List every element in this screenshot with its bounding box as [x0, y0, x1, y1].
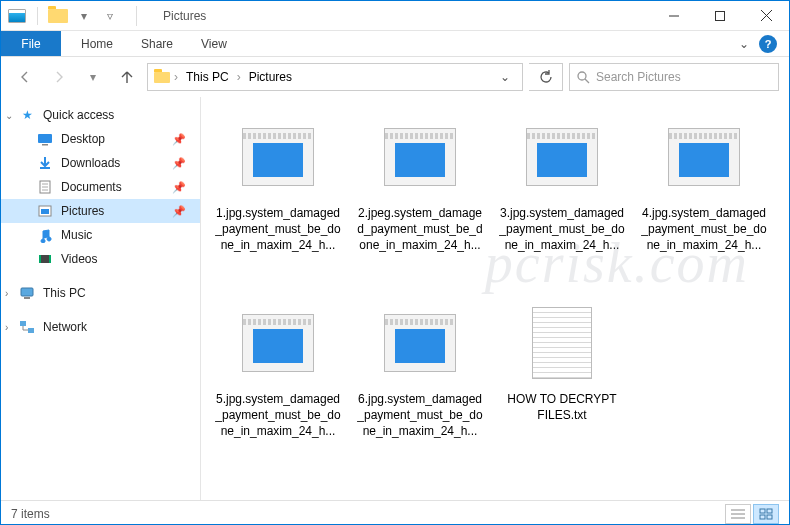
sidebar-item-label: Pictures [61, 204, 104, 218]
text-file-icon [532, 307, 592, 379]
videos-icon [37, 251, 53, 267]
sidebar-item-pictures[interactable]: Pictures📌 [1, 199, 200, 223]
minimize-button[interactable] [651, 1, 697, 31]
file-name: 2.jpeg.system_damaged_payment_must_be_do… [357, 205, 483, 254]
recent-dropdown-icon[interactable]: ▾ [79, 63, 107, 91]
computer-icon [19, 285, 35, 301]
file-item[interactable]: 1.jpg.system_damaged_payment_must_be_don… [207, 105, 349, 291]
close-button[interactable] [743, 1, 789, 31]
sidebar-item-label: Music [61, 228, 92, 242]
breadcrumb-dropdown-icon[interactable]: ⌄ [494, 70, 516, 84]
qat-overflow-icon[interactable]: ▿ [100, 8, 120, 24]
chevron-right-icon[interactable]: › [5, 288, 8, 299]
file-item[interactable]: 4.jpg.system_damaged_payment_must_be_don… [633, 105, 775, 291]
tab-home[interactable]: Home [67, 31, 127, 56]
file-thumbnail [514, 117, 610, 197]
qat-dropdown-icon[interactable]: ▾ [74, 8, 94, 24]
chevron-down-icon[interactable]: ⌄ [5, 110, 13, 121]
back-button[interactable] [11, 63, 39, 91]
sidebar-label: This PC [43, 286, 86, 300]
file-name: 6.jpg.system_damaged_payment_must_be_don… [357, 391, 483, 440]
ribbon-expand-icon[interactable]: ⌄ [739, 37, 749, 51]
file-name: HOW TO DECRYPT FILES.txt [499, 391, 625, 423]
svg-line-5 [585, 79, 589, 83]
sidebar-network[interactable]: › Network [1, 315, 200, 339]
app-icon [7, 8, 27, 24]
crumb-this-pc[interactable]: This PC [182, 70, 233, 84]
star-icon: ★ [19, 107, 35, 123]
file-thumbnail [372, 303, 468, 383]
file-name: 4.jpg.system_damaged_payment_must_be_don… [641, 205, 767, 254]
maximize-button[interactable] [697, 1, 743, 31]
file-item[interactable]: 3.jpg.system_damaged_payment_must_be_don… [491, 105, 633, 291]
svg-rect-21 [28, 328, 34, 333]
pin-icon: 📌 [172, 181, 186, 194]
music-icon [37, 227, 53, 243]
svg-rect-26 [767, 509, 772, 513]
file-thumbnail [230, 117, 326, 197]
svg-rect-6 [38, 134, 52, 143]
file-tab[interactable]: File [1, 31, 61, 56]
refresh-button[interactable] [529, 63, 563, 91]
sidebar-quick-access[interactable]: ⌄ ★ Quick access [1, 103, 200, 127]
file-item[interactable]: HOW TO DECRYPT FILES.txt [491, 291, 633, 477]
svg-rect-14 [41, 209, 49, 214]
sidebar-this-pc[interactable]: › This PC [1, 281, 200, 305]
documents-icon [37, 179, 53, 195]
sidebar-item-label: Desktop [61, 132, 105, 146]
image-file-icon [384, 128, 456, 186]
details-view-button[interactable] [725, 504, 751, 524]
window-title: Pictures [147, 9, 206, 23]
titlebar-separator [136, 6, 137, 26]
tab-share[interactable]: Share [127, 31, 187, 56]
sidebar-item-videos[interactable]: Videos [1, 247, 200, 271]
svg-point-4 [578, 72, 586, 80]
chevron-right-icon[interactable]: › [5, 322, 8, 333]
quick-access-toolbar: ▾ ▿ [1, 7, 126, 25]
file-item[interactable]: 2.jpeg.system_damaged_payment_must_be_do… [349, 105, 491, 291]
svg-rect-19 [24, 297, 30, 299]
file-item[interactable]: 6.jpg.system_damaged_payment_must_be_don… [349, 291, 491, 477]
pin-icon: 📌 [172, 157, 186, 170]
svg-rect-27 [760, 515, 765, 519]
breadcrumb[interactable]: › This PC › Pictures ⌄ [147, 63, 523, 91]
chevron-right-icon[interactable]: › [174, 70, 178, 84]
chevron-right-icon[interactable]: › [237, 70, 241, 84]
address-bar: ▾ › This PC › Pictures ⌄ Search Pictures [1, 57, 789, 97]
sidebar-item-desktop[interactable]: Desktop📌 [1, 127, 200, 151]
search-placeholder: Search Pictures [596, 70, 681, 84]
crumb-pictures[interactable]: Pictures [245, 70, 296, 84]
sidebar-item-documents[interactable]: Documents📌 [1, 175, 200, 199]
file-thumbnail [230, 303, 326, 383]
search-input[interactable]: Search Pictures [569, 63, 779, 91]
image-file-icon [242, 314, 314, 372]
up-button[interactable] [113, 63, 141, 91]
qat-separator [37, 7, 38, 25]
sidebar-item-music[interactable]: Music [1, 223, 200, 247]
breadcrumb-folder-icon [154, 69, 170, 85]
folder-icon [48, 8, 68, 24]
item-count: 7 items [11, 507, 50, 521]
file-list[interactable]: 1.jpg.system_damaged_payment_must_be_don… [201, 97, 789, 500]
network-icon [19, 319, 35, 335]
tab-view[interactable]: View [187, 31, 241, 56]
file-thumbnail [514, 303, 610, 383]
desktop-icon [37, 131, 53, 147]
sidebar-item-label: Documents [61, 180, 122, 194]
svg-rect-28 [767, 515, 772, 519]
file-name: 5.jpg.system_damaged_payment_must_be_don… [215, 391, 341, 440]
help-button[interactable]: ? [759, 35, 777, 53]
navigation-pane: ⌄ ★ Quick access Desktop📌Downloads📌Docum… [1, 97, 201, 500]
image-file-icon [384, 314, 456, 372]
pin-icon: 📌 [172, 205, 186, 218]
thumbnails-view-button[interactable] [753, 504, 779, 524]
view-toggle [725, 504, 779, 524]
sidebar-label: Quick access [43, 108, 114, 122]
sidebar-item-downloads[interactable]: Downloads📌 [1, 151, 200, 175]
forward-button[interactable] [45, 63, 73, 91]
svg-rect-25 [760, 509, 765, 513]
main-area: ⌄ ★ Quick access Desktop📌Downloads📌Docum… [1, 97, 789, 500]
svg-rect-1 [716, 11, 725, 20]
sidebar-label: Network [43, 320, 87, 334]
file-item[interactable]: 5.jpg.system_damaged_payment_must_be_don… [207, 291, 349, 477]
